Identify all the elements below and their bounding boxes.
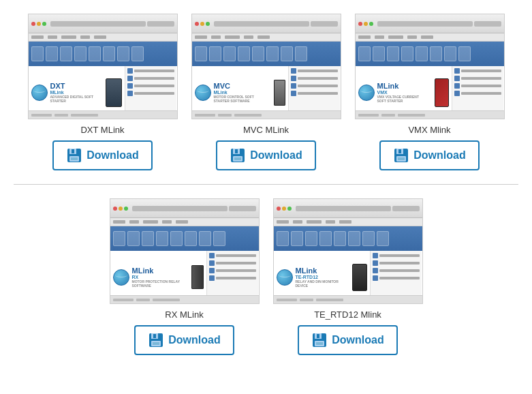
product-label-dxt: DXT MLink <box>80 125 124 135</box>
svg-rect-14 <box>398 157 405 160</box>
floppy-icon <box>230 147 246 164</box>
screenshot-rx: MLink RX MOTOR PROTECTION RELAY SOFTWARE <box>110 198 260 304</box>
row-two: MLink RX MOTOR PROTECTION RELAY SOFTWARE <box>14 198 518 355</box>
floppy-icon <box>148 332 164 348</box>
download-button-te-rtd12[interactable]: Download <box>298 325 397 355</box>
svg-rect-17 <box>153 334 156 338</box>
download-button-dxt[interactable]: Download <box>52 140 152 170</box>
row-divider <box>14 184 518 185</box>
product-item-vmx: MLink VMX VMX VOLTAGE CURRENT SOFT START… <box>355 14 505 170</box>
product-item-mvc: MVC MLink MOTOR CONTROL SOFT STARTER SOF… <box>191 14 341 170</box>
download-label-rx: Download <box>168 334 220 346</box>
download-label-vmx: Download <box>413 149 465 162</box>
floppy-icon <box>311 332 328 348</box>
svg-rect-9 <box>234 157 241 160</box>
product-item-rx: MLink RX MOTOR PROTECTION RELAY SOFTWARE <box>110 198 260 355</box>
svg-rect-19 <box>153 342 159 345</box>
screenshot-te-rtd12: MLink TE-RTD12 RELAY AND DIN MONITOR DEV… <box>273 198 423 304</box>
download-button-mvc[interactable]: Download <box>216 140 315 170</box>
floppy-icon <box>393 147 409 164</box>
floppy-icon <box>66 147 82 164</box>
product-label-te-rtd12: TE_RTD12 Mlink <box>314 309 381 320</box>
product-item-dxt: DXT MLink ADVANCED DIGITAL SOFT STARTER <box>28 14 178 170</box>
svg-rect-22 <box>317 334 319 338</box>
svg-rect-12 <box>398 149 401 153</box>
svg-rect-2 <box>72 149 74 153</box>
download-label-dxt: Download <box>87 149 138 162</box>
product-label-mvc: MVC MLink <box>243 125 289 135</box>
download-label-mvc: Download <box>250 149 302 162</box>
screenshot-vmx: MLink VMX VMX VOLTAGE CURRENT SOFT START… <box>355 14 505 119</box>
product-label-rx: RX MLink <box>165 309 203 320</box>
row-one: DXT MLink ADVANCED DIGITAL SOFT STARTER <box>14 14 518 170</box>
product-item-te-rtd12: MLink TE-RTD12 RELAY AND DIN MONITOR DEV… <box>273 198 423 355</box>
svg-rect-24 <box>316 342 323 345</box>
svg-rect-4 <box>71 157 78 160</box>
download-button-rx[interactable]: Download <box>134 325 234 355</box>
download-button-vmx[interactable]: Download <box>379 140 479 170</box>
svg-rect-7 <box>235 149 238 153</box>
screenshot-dxt: DXT MLink ADVANCED DIGITAL SOFT STARTER <box>28 14 178 119</box>
download-label-te-rtd12: Download <box>332 334 384 346</box>
product-label-vmx: VMX Mlink <box>408 125 450 135</box>
screenshot-mvc: MVC MLink MOTOR CONTROL SOFT STARTER SOF… <box>191 14 341 119</box>
